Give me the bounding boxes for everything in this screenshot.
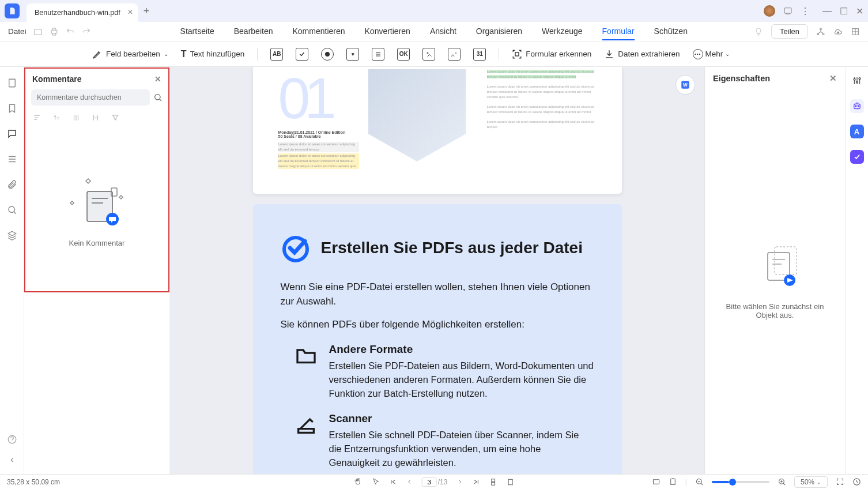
button-tool-icon[interactable]: OK: [397, 48, 410, 61]
recognize-form-tool[interactable]: Formular erkennen: [512, 49, 591, 59]
zoom-out-icon[interactable]: [695, 477, 704, 486]
translate-icon[interactable]: A: [850, 125, 864, 138]
fit-width-icon[interactable]: [652, 477, 661, 486]
notification-icon[interactable]: [783, 6, 792, 16]
comments-toolbar: [25, 106, 168, 130]
print-icon[interactable]: [50, 27, 59, 36]
document-viewport[interactable]: W 01 Monday|31.01.2021 / Online Edition …: [170, 67, 704, 474]
single-page-icon[interactable]: [506, 478, 514, 486]
expand-all-icon[interactable]: [71, 114, 81, 122]
sort-icon[interactable]: [32, 114, 41, 122]
file-menu[interactable]: Datei: [8, 27, 27, 36]
close-window-icon[interactable]: ✕: [856, 6, 863, 17]
document-tab[interactable]: Benutzerhandbuch-win.pdf ✕: [27, 3, 138, 22]
page-top-image: [368, 69, 466, 161]
checkmark-badge-icon[interactable]: [850, 150, 864, 164]
more-tools[interactable]: ••• Mehr ⌄: [693, 49, 730, 59]
help-icon[interactable]: [6, 434, 18, 445]
bookmarks-icon[interactable]: [6, 103, 18, 114]
svg-point-14: [155, 95, 160, 100]
menu-kommentieren[interactable]: Kommentieren: [292, 23, 345, 40]
listbox-tool-icon[interactable]: [372, 48, 384, 61]
menu-ansicht[interactable]: Ansicht: [430, 23, 456, 40]
grid-icon[interactable]: [851, 27, 860, 36]
page-preview-top: 01 Monday|31.01.2021 / Online Edition 50…: [253, 67, 622, 194]
collapse-left-icon[interactable]: [6, 454, 18, 466]
scanner-icon: [295, 413, 318, 437]
collapse-all-icon[interactable]: [91, 114, 100, 122]
textfield-tool-icon[interactable]: AB: [270, 48, 283, 61]
kebab-menu-icon[interactable]: ⋮: [801, 6, 810, 17]
continuous-view-icon[interactable]: [489, 478, 497, 486]
recognize-form-label: Formular erkennen: [526, 50, 591, 58]
close-panel-icon[interactable]: ✕: [154, 74, 161, 84]
prev-page-icon[interactable]: [406, 479, 413, 485]
last-page-icon[interactable]: [472, 478, 480, 486]
hint-bulb-icon[interactable]: [754, 27, 763, 36]
first-page-icon[interactable]: [390, 478, 397, 486]
svg-point-29: [858, 106, 859, 107]
dropdown-tool-icon[interactable]: ▾: [346, 48, 359, 61]
checkmark-icon: [281, 233, 311, 263]
fit-page-icon[interactable]: [669, 477, 677, 486]
menu-schuetzen[interactable]: Schützen: [654, 23, 688, 40]
main-menu: Startseite Bearbeiten Kommentieren Konve…: [180, 23, 688, 40]
menu-konvertieren[interactable]: Konvertieren: [365, 23, 410, 40]
maximize-icon[interactable]: ☐: [840, 6, 848, 17]
open-icon[interactable]: [33, 27, 43, 36]
attachments-icon[interactable]: [6, 179, 18, 190]
close-tab-icon[interactable]: ✕: [127, 8, 133, 16]
filter-icon[interactable]: [111, 114, 120, 122]
page-number-input[interactable]: [422, 477, 437, 487]
share-button[interactable]: Teilen: [771, 24, 808, 39]
edit-field-tool[interactable]: Feld bearbeiten ⌄: [92, 49, 168, 59]
svg-point-25: [856, 81, 858, 83]
image-tool-icon[interactable]: [422, 48, 435, 61]
add-text-tool[interactable]: T Text hinzufügen: [181, 49, 244, 59]
redo-icon[interactable]: [82, 27, 91, 36]
comments-search-input[interactable]: [31, 89, 150, 106]
close-properties-icon[interactable]: ✕: [829, 74, 837, 83]
ai-robot-icon[interactable]: [850, 99, 864, 113]
item2-title: Scanner: [329, 412, 594, 425]
layers-icon[interactable]: [6, 153, 18, 165]
zoom-in-icon[interactable]: [778, 477, 786, 486]
svg-point-5: [817, 33, 819, 35]
search-icon[interactable]: [153, 93, 163, 102]
user-avatar[interactable]: [764, 5, 775, 17]
minimize-icon[interactable]: —: [822, 6, 832, 17]
menu-bearbeiten[interactable]: Bearbeiten: [234, 23, 273, 40]
fullscreen-icon[interactable]: [836, 477, 844, 486]
page-top-bignum: 01: [278, 69, 359, 127]
add-tab-button[interactable]: +: [144, 5, 150, 17]
menu-organisieren[interactable]: Organisieren: [476, 23, 522, 40]
menu-bar: Datei Startseite Bearbeiten Kommentieren…: [0, 22, 868, 42]
zoom-level-dropdown[interactable]: 50% ⌄: [794, 476, 828, 488]
sort-asc-icon[interactable]: [52, 114, 61, 122]
checkbox-tool-icon[interactable]: [296, 48, 308, 61]
signature-tool-icon[interactable]: [448, 48, 461, 61]
radio-tool-icon[interactable]: [321, 48, 334, 61]
properties-empty-text: Bitte wählen Sie zunächst ein Objekt aus…: [716, 302, 833, 319]
zoom-slider[interactable]: [712, 481, 769, 483]
menu-startseite[interactable]: Startseite: [180, 23, 214, 40]
next-page-icon[interactable]: [456, 479, 463, 485]
select-tool-icon[interactable]: [372, 477, 380, 486]
cloud-upload-icon[interactable]: [833, 27, 843, 36]
svg-rect-2: [52, 28, 55, 30]
app-icon: [5, 3, 20, 18]
extract-data-tool[interactable]: Daten extrahieren: [604, 49, 680, 59]
folder-icon: [295, 344, 318, 367]
sitemap-icon[interactable]: [816, 27, 825, 36]
search-icon[interactable]: [6, 204, 18, 216]
stack-icon[interactable]: [6, 230, 18, 241]
date-tool-icon[interactable]: 31: [473, 48, 486, 61]
comments-icon[interactable]: [6, 128, 18, 140]
menu-werkzeuge[interactable]: Werkzeuge: [542, 23, 583, 40]
hand-tool-icon[interactable]: [354, 477, 363, 486]
thumbnails-icon[interactable]: [6, 77, 18, 89]
read-mode-icon[interactable]: [852, 477, 861, 486]
sliders-icon[interactable]: [850, 74, 864, 88]
menu-formular[interactable]: Formular: [602, 23, 635, 40]
undo-icon[interactable]: [66, 27, 75, 36]
